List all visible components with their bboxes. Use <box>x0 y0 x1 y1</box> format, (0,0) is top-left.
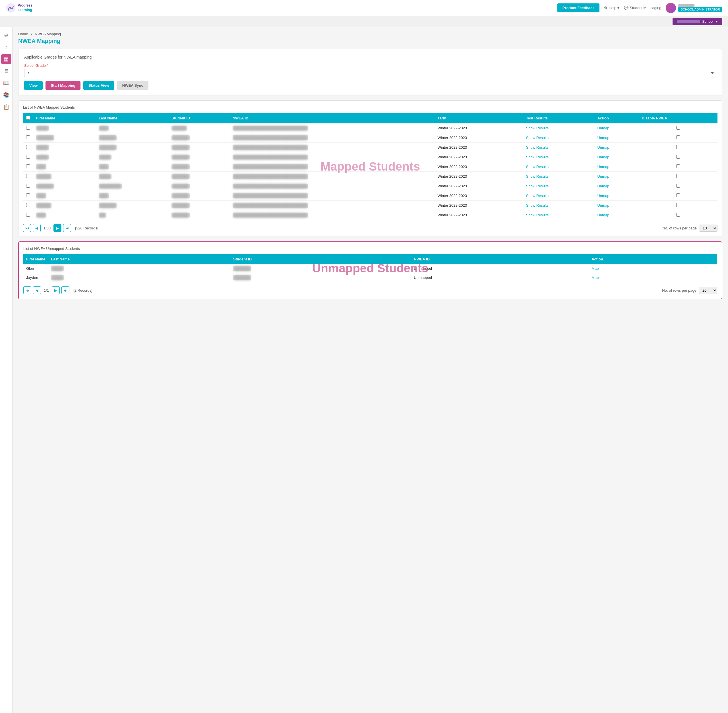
sidebar-item-reports[interactable]: 📋 <box>1 102 11 112</box>
mapped-last-page-button[interactable]: ⏭ <box>63 224 71 232</box>
show-results-link[interactable]: Show Results <box>526 203 549 207</box>
row-checkbox[interactable] <box>26 164 30 168</box>
disable-nwea-checkbox[interactable] <box>676 164 680 168</box>
unmap-link[interactable]: Unmap <box>597 136 609 140</box>
nwea-sync-button[interactable]: NWEA Sync <box>117 81 148 90</box>
row-checkbox[interactable] <box>26 213 30 216</box>
grade-select[interactable]: 7 5 6 8 9 <box>24 69 716 77</box>
mapped-pagination: ⏮ ◀ 1/33 ▶ ⏭ [326 Records] No. of rows p… <box>23 224 718 232</box>
cell-test-results[interactable]: Show Results <box>523 123 595 133</box>
unmap-link[interactable]: Unmap <box>597 126 609 130</box>
unmap-link[interactable]: Unmap <box>597 203 609 207</box>
cell-action[interactable]: Unmap <box>594 172 639 181</box>
view-button[interactable]: View <box>24 81 43 90</box>
cell-action[interactable]: Unmap <box>594 201 639 210</box>
row-checkbox[interactable] <box>26 135 30 139</box>
row-checkbox[interactable] <box>26 193 30 197</box>
mapped-rows-select[interactable]: 10 20 50 <box>699 225 718 232</box>
show-results-link[interactable]: Show Results <box>526 184 549 188</box>
show-results-link[interactable]: Show Results <box>526 165 549 169</box>
select-all-mapped[interactable] <box>26 116 30 120</box>
breadcrumb-home[interactable]: Home <box>18 32 28 36</box>
row-checkbox[interactable] <box>26 174 30 178</box>
user-avatar-area[interactable]: ████████ SCHOOL ADMINISTRATOR <box>666 3 722 13</box>
sidebar-item-expand[interactable]: ⊕ <box>1 30 11 40</box>
unmapped-prev-page-button[interactable]: ◀ <box>33 286 41 294</box>
mapped-next-page-button[interactable]: ▶ <box>54 224 61 232</box>
cell-test-results[interactable]: Show Results <box>523 181 595 191</box>
product-feedback-button[interactable]: Product Feedback <box>558 3 600 12</box>
row-checkbox[interactable] <box>26 183 30 188</box>
disable-nwea-checkbox[interactable] <box>676 174 680 178</box>
table-row: Jayden ████ ██████ Unmapped Map <box>23 273 717 282</box>
unmap-link[interactable]: Unmap <box>597 174 609 179</box>
disable-nwea-checkbox[interactable] <box>676 183 680 188</box>
unmapped-first-page-button[interactable]: ⏮ <box>23 286 31 294</box>
sidebar-item-dashboard[interactable]: ▦ <box>1 54 11 64</box>
cell-action[interactable]: Unmap <box>594 191 639 201</box>
disable-nwea-checkbox[interactable] <box>676 203 680 207</box>
show-results-link[interactable]: Show Results <box>526 145 549 149</box>
show-results-link[interactable]: Show Results <box>526 126 549 130</box>
row-checkbox[interactable] <box>26 203 30 207</box>
sidebar-item-library[interactable]: 📚 <box>1 90 11 100</box>
mapped-prev-page-button[interactable]: ◀ <box>33 224 41 232</box>
cell-test-results[interactable]: Show Results <box>523 133 595 143</box>
map-link[interactable]: Map <box>592 276 599 280</box>
unmap-link[interactable]: Unmap <box>597 213 609 217</box>
row-checkbox[interactable] <box>26 155 30 159</box>
cell-disable-nwea <box>639 210 718 220</box>
unmap-link[interactable]: Unmap <box>597 184 609 188</box>
show-results-link[interactable]: Show Results <box>526 194 549 198</box>
disable-nwea-checkbox[interactable] <box>676 213 680 216</box>
mapped-first-page-button[interactable]: ⏮ <box>23 224 31 232</box>
cell-test-results[interactable]: Show Results <box>523 210 595 220</box>
row-checkbox[interactable] <box>26 145 30 149</box>
row-checkbox[interactable] <box>26 126 30 130</box>
sidebar: ⊕ ⌂ ▦ 🖥 📖 📚 📋 <box>0 27 12 713</box>
cell-test-results[interactable]: Show Results <box>523 143 595 152</box>
disable-nwea-checkbox[interactable] <box>676 135 680 139</box>
map-link[interactable]: Map <box>592 266 599 271</box>
row-checkbox-cell <box>23 133 33 143</box>
disable-nwea-checkbox[interactable] <box>676 126 680 130</box>
show-results-link[interactable]: Show Results <box>526 174 549 179</box>
unmap-link[interactable]: Unmap <box>597 155 609 159</box>
cell-test-results[interactable]: Show Results <box>523 191 595 201</box>
cell-last-name: ███ <box>96 191 169 201</box>
cell-action[interactable]: Unmap <box>594 123 639 133</box>
disable-nwea-checkbox[interactable] <box>676 193 680 197</box>
cell-action[interactable]: Map <box>589 273 717 282</box>
cell-action[interactable]: Unmap <box>594 210 639 220</box>
sidebar-item-home[interactable]: ⌂ <box>1 42 11 52</box>
cell-test-results[interactable]: Show Results <box>523 152 595 162</box>
show-results-link[interactable]: Show Results <box>526 155 549 159</box>
unmap-link[interactable]: Unmap <box>597 145 609 149</box>
school-select-button[interactable]: School ▾ <box>673 18 722 25</box>
help-menu[interactable]: ⚙ Help ▾ <box>604 6 619 10</box>
sidebar-item-monitor[interactable]: 🖥 <box>1 66 11 76</box>
cell-action[interactable]: Unmap <box>594 133 639 143</box>
unmap-link[interactable]: Unmap <box>597 194 609 198</box>
show-results-link[interactable]: Show Results <box>526 213 549 217</box>
cell-test-results[interactable]: Show Results <box>523 162 595 172</box>
show-results-link[interactable]: Show Results <box>526 136 549 140</box>
cell-last-name: ██████ <box>96 143 169 152</box>
disable-nwea-checkbox[interactable] <box>676 155 680 159</box>
cell-action[interactable]: Unmap <box>594 162 639 172</box>
cell-action[interactable]: Unmap <box>594 152 639 162</box>
sidebar-item-book[interactable]: 📖 <box>1 78 11 88</box>
cell-test-results[interactable]: Show Results <box>523 201 595 210</box>
unmapped-last-page-button[interactable]: ⏭ <box>61 286 69 294</box>
student-messaging-link[interactable]: 💬 Student Messaging <box>624 6 661 10</box>
start-mapping-button[interactable]: Start Mapping <box>45 81 81 90</box>
cell-action[interactable]: Unmap <box>594 181 639 191</box>
cell-action[interactable]: Map <box>589 264 717 273</box>
unmap-link[interactable]: Unmap <box>597 165 609 169</box>
unmapped-rows-select[interactable]: 10 20 50 <box>699 287 717 294</box>
status-view-button[interactable]: Status View <box>83 81 114 90</box>
cell-test-results[interactable]: Show Results <box>523 172 595 181</box>
cell-action[interactable]: Unmap <box>594 143 639 152</box>
disable-nwea-checkbox[interactable] <box>676 145 680 149</box>
unmapped-next-page-button[interactable]: ▶ <box>52 286 60 294</box>
